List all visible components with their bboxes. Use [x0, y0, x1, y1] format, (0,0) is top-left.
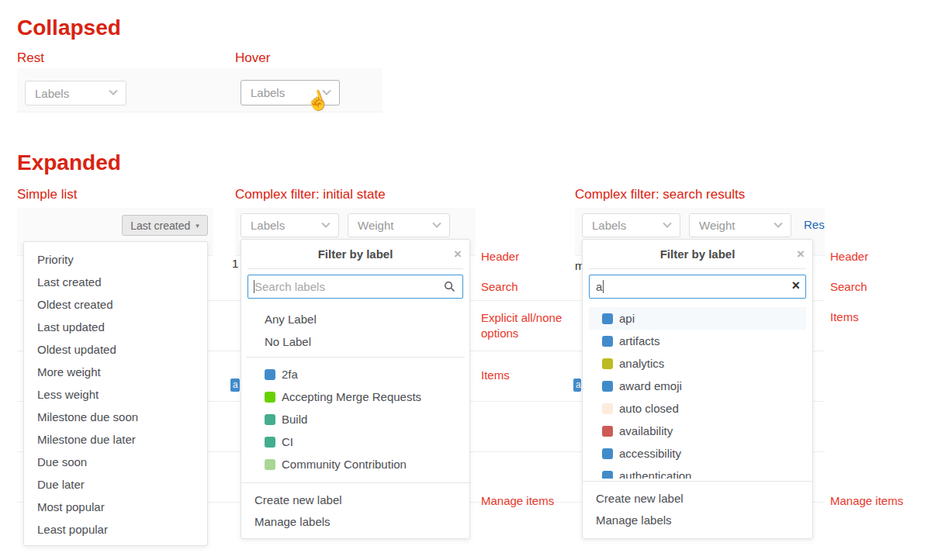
label-color-swatch: [265, 392, 275, 403]
list-item[interactable]: No Label: [241, 330, 469, 353]
dropdown-label: Weight: [699, 219, 735, 232]
list-item[interactable]: Last created: [24, 271, 207, 293]
simple-list: Priority Last created Oldest created Las…: [24, 242, 207, 547]
weight-filter-dropdown[interactable]: Weight: [348, 213, 450, 237]
list-item[interactable]: Milestone due soon: [24, 406, 207, 428]
label-filter-panel-search: Filter by label × × api artifacts analyt…: [582, 239, 813, 539]
label-color-swatch: [265, 437, 275, 448]
caret-down-icon: ▾: [196, 222, 199, 230]
label-name: auto closed: [619, 397, 679, 420]
label-filter-panel-initial: Filter by label × Any Label No Label 2fa…: [241, 239, 470, 539]
label-search-input[interactable]: [248, 275, 463, 299]
footer-link[interactable]: Manage labels: [583, 510, 812, 531]
list-item[interactable]: Due later: [24, 473, 207, 496]
label-color-swatch: [602, 403, 613, 414]
text-caret: [254, 280, 254, 293]
label-color-swatch: [602, 381, 613, 392]
background-label-chip: a: [573, 379, 581, 392]
label-search-row: [241, 269, 469, 304]
label-name: Accepting Merge Requests: [282, 385, 421, 408]
list-item[interactable]: Least popular: [24, 518, 207, 541]
label-item[interactable]: award emoji: [589, 375, 806, 397]
label-item[interactable]: CI: [241, 430, 469, 453]
label-name: accessibility: [619, 442, 681, 465]
labels-filter-dropdown[interactable]: Labels: [582, 213, 680, 237]
weight-filter-dropdown[interactable]: Weight: [689, 213, 791, 237]
example-label-rest: Rest: [17, 50, 44, 66]
example-label-complex-search: Complex filter: search results: [575, 187, 745, 202]
label-item[interactable]: api: [589, 307, 806, 330]
label-name: authentication: [619, 465, 691, 479]
simple-list-dropdown-panel: Priority Last created Oldest created Las…: [23, 241, 208, 546]
section-title-collapsed: Collapsed: [17, 16, 121, 40]
label-name: Build: [282, 408, 307, 430]
background-text-fragment: 1: [232, 257, 238, 270]
footer-link[interactable]: Create new label: [241, 489, 469, 511]
dropdown-label: Weight: [358, 219, 393, 232]
annotation-search: Search: [830, 280, 867, 293]
label-color-swatch: [265, 369, 275, 380]
list-item[interactable]: Oldest updated: [24, 338, 207, 361]
label-color-swatch: [602, 426, 613, 437]
annotation-items: Items: [830, 310, 859, 323]
dropdown-label: Labels: [251, 86, 285, 99]
annotation-header: Header: [830, 250, 868, 263]
list-item[interactable]: Oldest created: [24, 293, 207, 316]
search-icon: [444, 281, 455, 296]
list-item[interactable]: Due soon: [24, 451, 207, 473]
label-color-swatch: [602, 336, 613, 347]
panel-title: Filter by label: [660, 247, 736, 261]
label-item[interactable]: availability: [589, 420, 806, 442]
chevron-down-icon: [321, 219, 330, 227]
example-label-simple-list: Simple list: [17, 187, 77, 202]
label-color-swatch: [602, 313, 613, 324]
footer-link[interactable]: Create new label: [583, 488, 812, 510]
background-label-chip: a: [230, 379, 240, 392]
reset-link[interactable]: Res: [804, 218, 825, 231]
all-none-options-list: Any Label No Label: [241, 304, 469, 353]
list-item[interactable]: More weight: [24, 361, 207, 383]
label-item[interactable]: Community Contribution: [241, 453, 469, 475]
label-color-swatch: [265, 414, 275, 425]
label-name: Community Contribution: [282, 453, 407, 475]
label-item[interactable]: Accepting Merge Requests: [241, 385, 469, 408]
label-search-input[interactable]: [589, 275, 806, 299]
label-name: 2fa: [282, 363, 298, 385]
labels-dropdown-rest[interactable]: Labels: [25, 81, 126, 105]
annotation-manage-items: Manage items: [481, 494, 554, 507]
list-item[interactable]: Any Label: [241, 308, 469, 330]
label-name: CI: [282, 430, 293, 453]
annotation-header: Header: [481, 250, 519, 263]
list-item[interactable]: Milestone due later: [24, 428, 207, 451]
label-name: award emoji: [619, 375, 682, 397]
list-item[interactable]: Less weight: [24, 383, 207, 406]
label-color-swatch: [602, 471, 613, 479]
label-item[interactable]: auto closed: [589, 397, 806, 420]
label-item[interactable]: authentication: [589, 465, 806, 479]
label-item[interactable]: 2fa: [241, 363, 469, 385]
panel-footer: Create new label Manage labels: [583, 481, 812, 531]
close-icon[interactable]: ×: [454, 240, 462, 269]
dropdown-label: Labels: [592, 219, 626, 232]
label-search-row: ×: [583, 269, 812, 304]
annotation-items: Items: [481, 368, 510, 382]
label-name: analytics: [619, 352, 664, 375]
panel-header: Filter by label ×: [248, 240, 463, 269]
divider: [246, 357, 465, 358]
label-item[interactable]: analytics: [589, 352, 806, 375]
sort-dropdown-button[interactable]: Last created ▾: [122, 215, 208, 236]
chevron-down-icon: [109, 87, 117, 95]
label-item[interactable]: accessibility: [589, 442, 806, 465]
close-icon[interactable]: ×: [797, 240, 805, 269]
label-item[interactable]: artifacts: [589, 330, 806, 352]
labels-filter-dropdown[interactable]: Labels: [241, 213, 339, 237]
list-item[interactable]: Last updated: [24, 316, 207, 338]
annotation-search: Search: [481, 280, 518, 293]
label-item[interactable]: Build: [241, 408, 469, 430]
footer-link[interactable]: Manage labels: [241, 511, 469, 533]
clear-search-icon[interactable]: ×: [791, 278, 800, 294]
list-item[interactable]: Most popular: [24, 496, 207, 518]
sort-dropdown-label: Last created: [130, 220, 190, 232]
list-item[interactable]: Priority: [24, 248, 207, 271]
label-items-list: 2fa Accepting Merge Requests Build CI Co…: [241, 361, 469, 480]
